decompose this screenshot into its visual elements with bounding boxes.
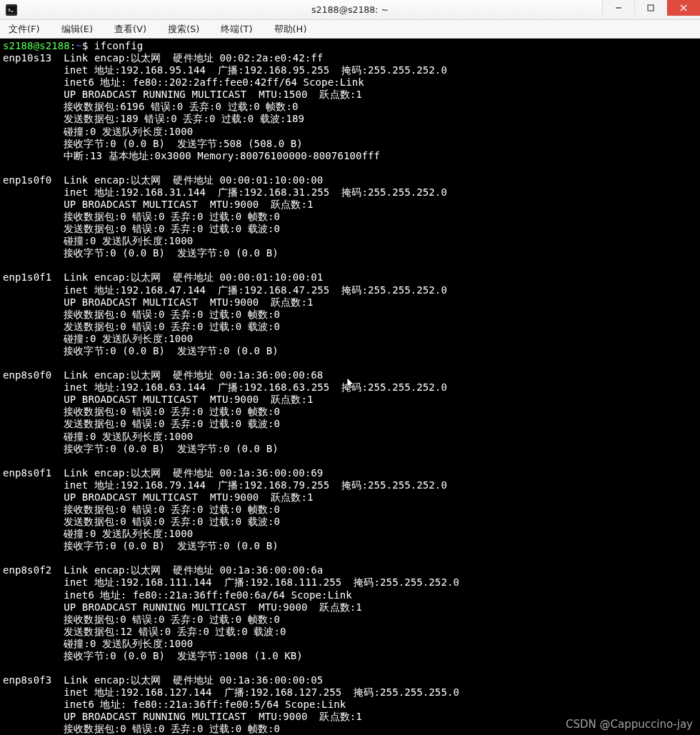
menu-help[interactable]: 帮助(H) (270, 21, 311, 37)
output-line: UP BROADCAST RUNNING MULTICAST MTU:1500 … (3, 89, 362, 100)
output-line: inet 地址:192.168.127.144 广播:192.168.127.2… (3, 686, 459, 698)
output-line: 发送数据包:189 错误:0 丢弃:0 过载:0 载波:189 (3, 113, 304, 124)
minimize-button[interactable] (602, 0, 634, 16)
output-line: 中断:13 基本地址:0x3000 Memory:80076100000-800… (3, 150, 386, 161)
command-text: ifconfig (94, 40, 143, 51)
prompt-userhost: s2188@s2188 (3, 40, 70, 51)
prompt-path: ~ (76, 40, 82, 51)
menubar: 文件(F) 编辑(E) 查看(V) 搜索(S) 终端(T) 帮助(H) (0, 20, 700, 39)
output-line: inet 地址:192.168.47.144 广播:192.168.47.255… (3, 284, 447, 296)
menu-file[interactable]: 文件(F) (4, 21, 44, 37)
output-line: enp8s0f2 Link encap:以太网 硬件地址 00:1a:36:00… (3, 564, 335, 576)
output-line: inet 地址:192.168.95.144 广播:192.168.95.255… (3, 64, 447, 76)
close-button[interactable] (666, 0, 700, 16)
terminal-body[interactable]: s2188@s2188:~$ ifconfig enp10s13 Link en… (0, 39, 700, 735)
output-line: 接收字节:0 (0.0 B) 发送字节:508 (508.0 B) (3, 138, 303, 149)
output-line: enp8s0f1 Link encap:以太网 硬件地址 00:1a:36:00… (3, 467, 335, 479)
output-line: 碰撞:0 发送队列长度:1000 (3, 333, 199, 344)
output-line: 接收数据包:0 错误:0 丢弃:0 过载:0 帧数:0 (3, 614, 280, 625)
output-line: 发送数据包:0 错误:0 丢弃:0 过载:0 载波:0 (3, 321, 280, 332)
output-line: UP BROADCAST RUNNING MULTICAST MTU:9000 … (3, 601, 362, 613)
svg-rect-1 (7, 6, 16, 14)
output-line: 接收字节:0 (0.0 B) 发送字节:0 (0.0 B) (3, 443, 279, 454)
output-line: 接收字节:0 (0.0 B) 发送字节:0 (0.0 B) (3, 345, 279, 356)
menu-view[interactable]: 查看(V) (110, 21, 151, 37)
menu-search[interactable]: 搜索(S) (164, 21, 204, 37)
output-line: enp8s0f0 Link encap:以太网 硬件地址 00:1a:36:00… (3, 369, 335, 381)
output-line: 碰撞:0 发送队列长度:1000 (3, 431, 199, 442)
maximize-button[interactable] (634, 0, 666, 16)
output-line: 发送数据包:0 错误:0 丢弃:0 过载:0 载波:0 (3, 516, 280, 527)
menu-edit[interactable]: 编辑(E) (57, 21, 97, 37)
output-line: inet6 地址: fe80::21a:36ff:fe00:5/64 Scope… (3, 699, 346, 710)
output-line: UP BROADCAST MULTICAST MTU:9000 跃点数:1 (3, 199, 314, 210)
terminal-app-icon (6, 4, 17, 16)
output-line: inet6 地址: fe80::21a:36ff:fe00:6a/64 Scop… (3, 589, 352, 601)
output-line: UP BROADCAST MULTICAST MTU:9000 跃点数:1 (3, 296, 314, 308)
output-line: 接收数据包:0 错误:0 丢弃:0 过载:0 帧数:0 (3, 406, 280, 417)
output-line: UP BROADCAST MULTICAST MTU:9000 跃点数:1 (3, 491, 314, 503)
output-line: enp1s0f1 Link encap:以太网 硬件地址 00:00:01:10… (3, 271, 335, 283)
output-line: 接收数据包:0 错误:0 丢弃:0 过载:0 帧数:0 (3, 504, 280, 515)
svg-rect-2 (648, 5, 654, 11)
output-line: enp8s0f3 Link encap:以太网 硬件地址 00:1a:36:00… (3, 674, 335, 686)
output-line: 接收数据包:6196 错误:0 丢弃:0 过载:0 帧数:0 (3, 101, 299, 112)
titlebar: s2188@s2188: ~ (0, 0, 700, 20)
output-line: 碰撞:0 发送队列长度:1000 (3, 235, 199, 246)
output-line: UP BROADCAST RUNNING MULTICAST MTU:9000 … (3, 711, 362, 722)
output-line: UP BROADCAST MULTICAST MTU:9000 跃点数:1 (3, 394, 314, 405)
output-line: 接收字节:0 (0.0 B) 发送字节:0 (0.0 B) (3, 247, 279, 259)
output-line: 接收数据包:0 错误:0 丢弃:0 过载:0 帧数:0 (3, 723, 280, 734)
output-line: 碰撞:0 发送队列长度:1000 (3, 528, 199, 539)
window-title: s2188@s2188: ~ (311, 4, 389, 15)
output-line: inet6 地址: fe80::202:2aff:fee0:42ff/64 Sc… (3, 76, 364, 88)
output-line: 接收数据包:0 错误:0 丢弃:0 过载:0 帧数:0 (3, 309, 280, 320)
output-line: 接收字节:0 (0.0 B) 发送字节:0 (0.0 B) (3, 540, 279, 551)
output-line: 碰撞:0 发送队列长度:1000 (3, 126, 199, 137)
output-line: enp1s0f0 Link encap:以太网 硬件地址 00:00:01:10… (3, 174, 335, 186)
output-line: inet 地址:192.168.79.144 广播:192.168.79.255… (3, 479, 447, 491)
output-line: 发送数据包:0 错误:0 丢弃:0 过载:0 载波:0 (3, 223, 280, 234)
output-line: 发送数据包:0 错误:0 丢弃:0 过载:0 载波:0 (3, 418, 280, 429)
output-line: 接收字节:0 (0.0 B) 发送字节:1008 (1.0 KB) (3, 650, 303, 661)
window-controls (602, 0, 700, 19)
menu-terminal[interactable]: 终端(T) (216, 21, 256, 37)
output-line: inet 地址:192.168.63.144 广播:192.168.63.255… (3, 381, 447, 393)
output-line: 碰撞:0 发送队列长度:1000 (3, 638, 199, 649)
output-line: 接收数据包:0 错误:0 丢弃:0 过载:0 帧数:0 (3, 211, 280, 222)
output-line: inet 地址:192.168.111.144 广播:192.168.111.2… (3, 576, 459, 588)
output-line: enp10s13 Link encap:以太网 硬件地址 00:02:2a:e0… (3, 52, 335, 64)
output-line: inet 地址:192.168.31.144 广播:192.168.31.255… (3, 186, 447, 198)
prompt-dollar: $ (82, 40, 94, 51)
output-line: 发送数据包:12 错误:0 丢弃:0 过载:0 载波:0 (3, 626, 286, 637)
